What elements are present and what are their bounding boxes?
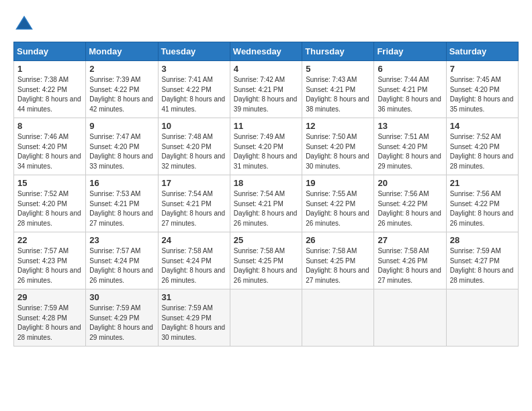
header-sunday: Sunday xyxy=(14,42,86,61)
calendar-day-20: 20Sunrise: 7:56 AMSunset: 4:22 PMDayligh… xyxy=(374,175,446,232)
calendar-day-3: 3Sunrise: 7:41 AMSunset: 4:22 PMDaylight… xyxy=(158,61,230,118)
calendar-day-31: 31Sunrise: 7:59 AMSunset: 4:29 PMDayligh… xyxy=(158,289,230,347)
calendar-day-empty xyxy=(374,289,446,347)
calendar-day-9: 9Sunrise: 7:47 AMSunset: 4:20 PMDaylight… xyxy=(86,118,158,175)
calendar-day-7: 7Sunrise: 7:45 AMSunset: 4:20 PMDaylight… xyxy=(446,61,518,118)
logo xyxy=(13,13,38,35)
calendar-day-21: 21Sunrise: 7:56 AMSunset: 4:22 PMDayligh… xyxy=(446,175,518,232)
calendar-day-22: 22Sunrise: 7:57 AMSunset: 4:23 PMDayligh… xyxy=(14,232,86,289)
calendar-day-12: 12Sunrise: 7:50 AMSunset: 4:20 PMDayligh… xyxy=(302,118,374,175)
calendar-day-15: 15Sunrise: 7:52 AMSunset: 4:20 PMDayligh… xyxy=(14,175,86,232)
calendar-table: SundayMondayTuesdayWednesdayThursdayFrid… xyxy=(13,42,519,347)
calendar-day-8: 8Sunrise: 7:46 AMSunset: 4:20 PMDaylight… xyxy=(14,118,86,175)
calendar-day-25: 25Sunrise: 7:58 AMSunset: 4:25 PMDayligh… xyxy=(230,232,302,289)
header-tuesday: Tuesday xyxy=(158,42,230,61)
calendar-day-29: 29Sunrise: 7:59 AMSunset: 4:28 PMDayligh… xyxy=(14,289,86,347)
calendar-day-17: 17Sunrise: 7:54 AMSunset: 4:21 PMDayligh… xyxy=(158,175,230,232)
calendar-day-27: 27Sunrise: 7:58 AMSunset: 4:26 PMDayligh… xyxy=(374,232,446,289)
header-wednesday: Wednesday xyxy=(230,42,302,61)
calendar-week-3: 15Sunrise: 7:52 AMSunset: 4:20 PMDayligh… xyxy=(14,175,519,232)
calendar-day-empty xyxy=(230,289,302,347)
calendar-day-6: 6Sunrise: 7:44 AMSunset: 4:21 PMDaylight… xyxy=(374,61,446,118)
calendar-header-row: SundayMondayTuesdayWednesdayThursdayFrid… xyxy=(14,42,519,61)
calendar-day-18: 18Sunrise: 7:54 AMSunset: 4:21 PMDayligh… xyxy=(230,175,302,232)
calendar-day-19: 19Sunrise: 7:55 AMSunset: 4:22 PMDayligh… xyxy=(302,175,374,232)
calendar-day-16: 16Sunrise: 7:53 AMSunset: 4:21 PMDayligh… xyxy=(86,175,158,232)
page-header xyxy=(13,13,519,35)
calendar-week-2: 8Sunrise: 7:46 AMSunset: 4:20 PMDaylight… xyxy=(14,118,519,175)
calendar-day-26: 26Sunrise: 7:58 AMSunset: 4:25 PMDayligh… xyxy=(302,232,374,289)
calendar-day-14: 14Sunrise: 7:52 AMSunset: 4:20 PMDayligh… xyxy=(446,118,518,175)
calendar-day-13: 13Sunrise: 7:51 AMSunset: 4:20 PMDayligh… xyxy=(374,118,446,175)
header-monday: Monday xyxy=(86,42,158,61)
calendar-day-11: 11Sunrise: 7:49 AMSunset: 4:20 PMDayligh… xyxy=(230,118,302,175)
calendar-day-4: 4Sunrise: 7:42 AMSunset: 4:21 PMDaylight… xyxy=(230,61,302,118)
logo-icon xyxy=(13,13,35,35)
calendar-day-30: 30Sunrise: 7:59 AMSunset: 4:29 PMDayligh… xyxy=(86,289,158,347)
header-saturday: Saturday xyxy=(446,42,518,61)
calendar-day-2: 2Sunrise: 7:39 AMSunset: 4:22 PMDaylight… xyxy=(86,61,158,118)
calendar-week-5: 29Sunrise: 7:59 AMSunset: 4:28 PMDayligh… xyxy=(14,289,519,347)
calendar-day-23: 23Sunrise: 7:57 AMSunset: 4:24 PMDayligh… xyxy=(86,232,158,289)
calendar-day-1: 1Sunrise: 7:38 AMSunset: 4:22 PMDaylight… xyxy=(14,61,86,118)
calendar-week-4: 22Sunrise: 7:57 AMSunset: 4:23 PMDayligh… xyxy=(14,232,519,289)
header-thursday: Thursday xyxy=(302,42,374,61)
calendar-day-empty xyxy=(302,289,374,347)
calendar-day-5: 5Sunrise: 7:43 AMSunset: 4:21 PMDaylight… xyxy=(302,61,374,118)
calendar-day-10: 10Sunrise: 7:48 AMSunset: 4:20 PMDayligh… xyxy=(158,118,230,175)
calendar-day-24: 24Sunrise: 7:58 AMSunset: 4:24 PMDayligh… xyxy=(158,232,230,289)
calendar-day-empty xyxy=(446,289,518,347)
svg-marker-1 xyxy=(17,17,32,28)
calendar-day-28: 28Sunrise: 7:59 AMSunset: 4:27 PMDayligh… xyxy=(446,232,518,289)
calendar-week-1: 1Sunrise: 7:38 AMSunset: 4:22 PMDaylight… xyxy=(14,61,519,118)
header-friday: Friday xyxy=(374,42,446,61)
